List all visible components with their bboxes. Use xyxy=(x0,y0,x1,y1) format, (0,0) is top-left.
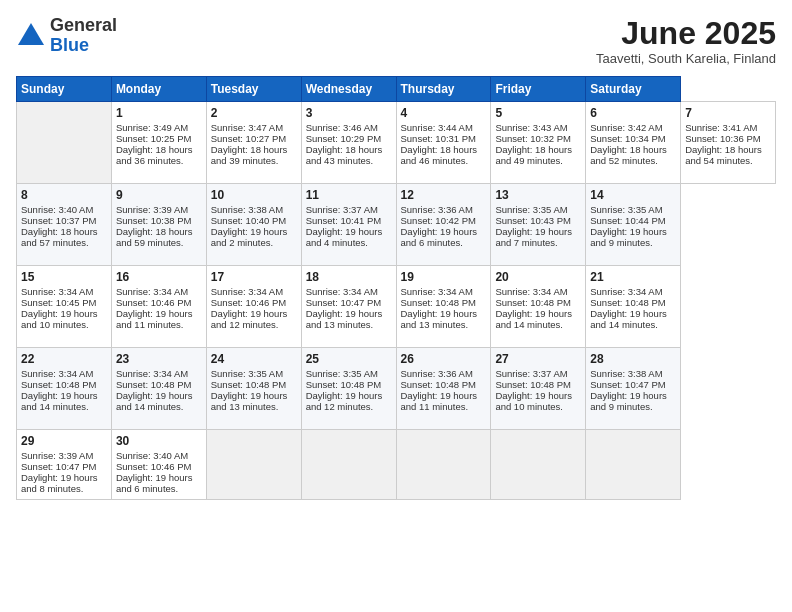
day-number: 25 xyxy=(306,352,392,366)
logo-blue-text: Blue xyxy=(50,35,89,55)
calendar-cell xyxy=(206,430,301,500)
logo-icon xyxy=(16,21,46,51)
calendar-week-row: 8Sunrise: 3:40 AMSunset: 10:37 PMDayligh… xyxy=(17,184,776,266)
day-number: 6 xyxy=(590,106,676,120)
day-number: 14 xyxy=(590,188,676,202)
svg-rect-2 xyxy=(28,36,34,43)
calendar-cell: 17Sunrise: 3:34 AMSunset: 10:46 PMDaylig… xyxy=(206,266,301,348)
day-info: Sunrise: 3:42 AMSunset: 10:34 PMDaylight… xyxy=(590,122,667,166)
day-number: 29 xyxy=(21,434,107,448)
day-info: Sunrise: 3:35 AMSunset: 10:48 PMDaylight… xyxy=(211,368,288,412)
day-number: 20 xyxy=(495,270,581,284)
day-info: Sunrise: 3:34 AMSunset: 10:46 PMDaylight… xyxy=(116,286,193,330)
day-number: 24 xyxy=(211,352,297,366)
location: Taavetti, South Karelia, Finland xyxy=(596,51,776,66)
calendar-cell: 22Sunrise: 3:34 AMSunset: 10:48 PMDaylig… xyxy=(17,348,112,430)
calendar-cell: 20Sunrise: 3:34 AMSunset: 10:48 PMDaylig… xyxy=(491,266,586,348)
day-info: Sunrise: 3:40 AMSunset: 10:46 PMDaylight… xyxy=(116,450,193,494)
day-number: 9 xyxy=(116,188,202,202)
weekday-header: Friday xyxy=(491,77,586,102)
logo-general-text: General xyxy=(50,15,117,35)
day-info: Sunrise: 3:39 AMSunset: 10:38 PMDaylight… xyxy=(116,204,193,248)
calendar-cell: 28Sunrise: 3:38 AMSunset: 10:47 PMDaylig… xyxy=(586,348,681,430)
calendar-cell xyxy=(586,430,681,500)
calendar-cell: 6Sunrise: 3:42 AMSunset: 10:34 PMDayligh… xyxy=(586,102,681,184)
calendar-cell: 25Sunrise: 3:35 AMSunset: 10:48 PMDaylig… xyxy=(301,348,396,430)
day-number: 4 xyxy=(401,106,487,120)
weekday-header: Thursday xyxy=(396,77,491,102)
day-info: Sunrise: 3:36 AMSunset: 10:48 PMDaylight… xyxy=(401,368,478,412)
day-number: 28 xyxy=(590,352,676,366)
calendar-cell: 23Sunrise: 3:34 AMSunset: 10:48 PMDaylig… xyxy=(111,348,206,430)
day-number: 10 xyxy=(211,188,297,202)
day-number: 18 xyxy=(306,270,392,284)
calendar-cell: 2Sunrise: 3:47 AMSunset: 10:27 PMDayligh… xyxy=(206,102,301,184)
day-number: 16 xyxy=(116,270,202,284)
day-number: 2 xyxy=(211,106,297,120)
day-number: 30 xyxy=(116,434,202,448)
day-info: Sunrise: 3:44 AMSunset: 10:31 PMDaylight… xyxy=(401,122,478,166)
weekday-header: Tuesday xyxy=(206,77,301,102)
day-info: Sunrise: 3:40 AMSunset: 10:37 PMDaylight… xyxy=(21,204,98,248)
calendar-cell: 3Sunrise: 3:46 AMSunset: 10:29 PMDayligh… xyxy=(301,102,396,184)
day-number: 7 xyxy=(685,106,771,120)
day-info: Sunrise: 3:43 AMSunset: 10:32 PMDaylight… xyxy=(495,122,572,166)
day-info: Sunrise: 3:35 AMSunset: 10:43 PMDaylight… xyxy=(495,204,572,248)
calendar-cell: 15Sunrise: 3:34 AMSunset: 10:45 PMDaylig… xyxy=(17,266,112,348)
calendar-cell: 8Sunrise: 3:40 AMSunset: 10:37 PMDayligh… xyxy=(17,184,112,266)
calendar-cell: 30Sunrise: 3:40 AMSunset: 10:46 PMDaylig… xyxy=(111,430,206,500)
title-block: June 2025 Taavetti, South Karelia, Finla… xyxy=(596,16,776,66)
calendar-cell: 18Sunrise: 3:34 AMSunset: 10:47 PMDaylig… xyxy=(301,266,396,348)
weekday-header: Saturday xyxy=(586,77,681,102)
calendar-cell: 19Sunrise: 3:34 AMSunset: 10:48 PMDaylig… xyxy=(396,266,491,348)
day-info: Sunrise: 3:34 AMSunset: 10:48 PMDaylight… xyxy=(401,286,478,330)
day-number: 27 xyxy=(495,352,581,366)
calendar-cell: 9Sunrise: 3:39 AMSunset: 10:38 PMDayligh… xyxy=(111,184,206,266)
day-info: Sunrise: 3:34 AMSunset: 10:45 PMDaylight… xyxy=(21,286,98,330)
calendar: SundayMondayTuesdayWednesdayThursdayFrid… xyxy=(16,76,776,500)
day-info: Sunrise: 3:46 AMSunset: 10:29 PMDaylight… xyxy=(306,122,383,166)
day-number: 26 xyxy=(401,352,487,366)
day-number: 19 xyxy=(401,270,487,284)
calendar-cell xyxy=(301,430,396,500)
day-number: 1 xyxy=(116,106,202,120)
month-title: June 2025 xyxy=(596,16,776,51)
calendar-cell: 29Sunrise: 3:39 AMSunset: 10:47 PMDaylig… xyxy=(17,430,112,500)
day-info: Sunrise: 3:39 AMSunset: 10:47 PMDaylight… xyxy=(21,450,98,494)
weekday-header-row: SundayMondayTuesdayWednesdayThursdayFrid… xyxy=(17,77,776,102)
day-info: Sunrise: 3:34 AMSunset: 10:48 PMDaylight… xyxy=(21,368,98,412)
day-info: Sunrise: 3:37 AMSunset: 10:48 PMDaylight… xyxy=(495,368,572,412)
day-number: 11 xyxy=(306,188,392,202)
logo: General Blue xyxy=(16,16,117,56)
day-number: 21 xyxy=(590,270,676,284)
page: General Blue June 2025 Taavetti, South K… xyxy=(0,0,792,612)
calendar-cell: 21Sunrise: 3:34 AMSunset: 10:48 PMDaylig… xyxy=(586,266,681,348)
weekday-header: Monday xyxy=(111,77,206,102)
day-info: Sunrise: 3:37 AMSunset: 10:41 PMDaylight… xyxy=(306,204,383,248)
day-info: Sunrise: 3:34 AMSunset: 10:47 PMDaylight… xyxy=(306,286,383,330)
day-info: Sunrise: 3:38 AMSunset: 10:40 PMDaylight… xyxy=(211,204,288,248)
calendar-week-row: 15Sunrise: 3:34 AMSunset: 10:45 PMDaylig… xyxy=(17,266,776,348)
day-info: Sunrise: 3:36 AMSunset: 10:42 PMDaylight… xyxy=(401,204,478,248)
calendar-cell: 24Sunrise: 3:35 AMSunset: 10:48 PMDaylig… xyxy=(206,348,301,430)
calendar-week-row: 29Sunrise: 3:39 AMSunset: 10:47 PMDaylig… xyxy=(17,430,776,500)
day-number: 5 xyxy=(495,106,581,120)
calendar-cell: 10Sunrise: 3:38 AMSunset: 10:40 PMDaylig… xyxy=(206,184,301,266)
header: General Blue June 2025 Taavetti, South K… xyxy=(16,16,776,66)
calendar-cell xyxy=(17,102,112,184)
day-info: Sunrise: 3:34 AMSunset: 10:48 PMDaylight… xyxy=(590,286,667,330)
day-info: Sunrise: 3:49 AMSunset: 10:25 PMDaylight… xyxy=(116,122,193,166)
calendar-week-row: 1Sunrise: 3:49 AMSunset: 10:25 PMDayligh… xyxy=(17,102,776,184)
calendar-cell: 14Sunrise: 3:35 AMSunset: 10:44 PMDaylig… xyxy=(586,184,681,266)
calendar-cell: 27Sunrise: 3:37 AMSunset: 10:48 PMDaylig… xyxy=(491,348,586,430)
calendar-cell: 11Sunrise: 3:37 AMSunset: 10:41 PMDaylig… xyxy=(301,184,396,266)
calendar-cell: 13Sunrise: 3:35 AMSunset: 10:43 PMDaylig… xyxy=(491,184,586,266)
calendar-cell xyxy=(491,430,586,500)
day-number: 17 xyxy=(211,270,297,284)
day-number: 12 xyxy=(401,188,487,202)
day-info: Sunrise: 3:38 AMSunset: 10:47 PMDaylight… xyxy=(590,368,667,412)
calendar-cell: 4Sunrise: 3:44 AMSunset: 10:31 PMDayligh… xyxy=(396,102,491,184)
day-number: 3 xyxy=(306,106,392,120)
day-info: Sunrise: 3:34 AMSunset: 10:48 PMDaylight… xyxy=(116,368,193,412)
weekday-header: Sunday xyxy=(17,77,112,102)
